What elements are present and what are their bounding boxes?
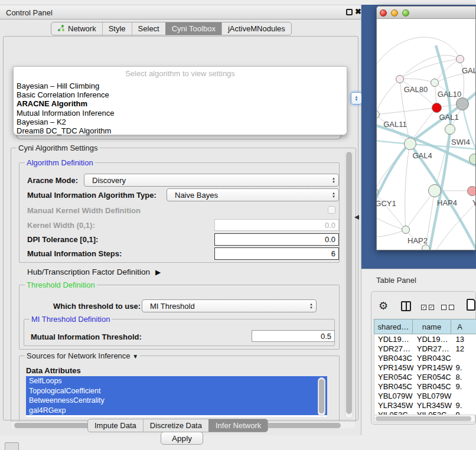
algorithm-option[interactable]: Dream8 DC_TDC Algorithm [17,126,344,135]
tab-label: Style [109,24,126,33]
network-node-gal80[interactable] [396,75,404,83]
mi-threshold-field[interactable]: 0.5 [252,330,335,342]
attribute-item-selected[interactable]: TopologicalCoefficient [26,386,327,396]
hub-definition-expander[interactable]: Hub/Transcription Factor Definition▶ [27,268,161,276]
algorithm-option[interactable]: ARACNE Algorithm [17,99,344,108]
table-row[interactable]: YPR145WYPR145W9. [374,363,476,372]
attributes-scrollbar-thumb[interactable] [319,379,324,413]
attribute-item-selected[interactable]: SelfLoops [26,376,327,386]
tab-impute-data[interactable]: Impute Data [88,419,143,432]
column-header-name[interactable]: name [413,319,452,334]
checked-checkbox-icon[interactable]: ✓ [421,305,426,310]
dpi-tolerance-label: DPI Tolerance [0,1]: [27,235,98,244]
network-canvas[interactable]: GALGAL80GAL10GAL1GAL11SWI4GAL4GCY1HAP4YH… [377,19,475,250]
unchecked-checkbox-icon[interactable] [441,305,446,310]
close-traffic-light-icon[interactable] [380,9,387,17]
tab-cyni-toolbox[interactable]: Cyni Toolbox [165,22,221,35]
settings-vertical-scrollbar[interactable] [345,150,353,419]
network-node-hap2[interactable] [402,226,410,234]
table-cell: YBR043C [413,353,452,363]
network-node-gal[interactable] [456,55,464,63]
table-cell: YIL053C [374,410,413,415]
column-layout-icon[interactable] [401,301,411,311]
node-label: HAP2 [407,236,428,245]
network-node-gal4[interactable] [404,138,416,150]
panel-corner-button[interactable] [5,442,19,450]
tab-style[interactable]: Style [102,22,132,35]
table-panel: Table Panel ⚙ ✓ ✓ shared…nameA YDL19…YDL… [361,269,476,450]
table-cell: YER054C [374,372,413,381]
cyni-algorithm-settings-title: Cyni Algorithm Settings [17,144,99,152]
aracne-mode-value: Discovery [92,176,126,185]
table-row[interactable]: YDL19…YDL19…13 [374,334,476,344]
tab-network[interactable]: Network [51,22,102,35]
network-node-gal1[interactable] [432,103,442,113]
network-window-titlebar[interactable] [377,6,475,19]
table-row[interactable]: YER054CYER054C8. [374,372,476,381]
attribute-item-selected[interactable]: gal4RGexp [26,406,327,416]
table-row[interactable]: YLR345WYLR345W9. [374,400,476,410]
node-label: GAL11 [383,120,407,129]
tab-select[interactable]: Select [132,22,165,35]
bottom-tab-bar: Impute DataDiscretize DataInfer Network [87,419,268,432]
close-icon[interactable]: ✖ [355,7,361,16]
sources-title-text: Sources for Network Inference [27,351,131,360]
column-header-A[interactable]: A [451,319,476,334]
table-cell: 9. [452,381,476,391]
dpi-tolerance-value: 0.0 [325,235,335,244]
table-row[interactable]: YBR043CYBR043C [374,353,476,363]
table-cell: YLR345W [374,400,413,410]
gear-icon[interactable]: ⚙ [379,299,388,312]
float-window-icon[interactable] [346,9,353,15]
table-horizontal-scrollbar-thumb[interactable] [376,416,471,421]
document-icon[interactable] [467,299,475,311]
node-label: GAL10 [438,90,461,99]
algorithm-dropdown-list: Bayesian – Hill ClimbingBasic Correlatio… [17,81,344,135]
minimize-traffic-light-icon[interactable] [391,9,398,17]
tab-discretize-data[interactable]: Discretize Data [143,419,208,432]
algorithm-dropdown-placeholder: Select algorithm to view settings [14,69,347,78]
tab-label: Cyni Toolbox [172,24,216,33]
manual-kernel-checkbox[interactable] [328,206,335,214]
table-row[interactable]: YBL079WYBL079W [374,391,476,400]
apply-button[interactable]: Apply [161,432,203,445]
aracne-mode-select[interactable]: Discovery ▲▼ [84,174,339,187]
dpi-tolerance-field[interactable]: 0.0 [214,233,339,246]
hub-definition-label: Hub/Transcription Factor Definition [27,268,150,276]
table-row[interactable]: YIL053CYIL053C9. [374,410,476,415]
network-node-swi4[interactable] [445,124,455,135]
attributes-scrollbar[interactable] [318,377,325,416]
node-label: GCY1 [377,199,396,208]
algorithm-option[interactable]: Bayesian – Hill Climbing [17,81,344,90]
which-threshold-select[interactable]: MI Threshold ▲▼ [142,299,317,312]
network-node-hap4[interactable] [428,184,441,197]
column-header-shared…[interactable]: shared… [374,319,413,334]
algorithm-dropdown-popup: Select algorithm to view settings Bayesi… [13,66,347,135]
checked-checkbox-icon[interactable]: ✓ [429,305,434,310]
kernel-width-field[interactable]: 0.0 [214,219,339,231]
collapse-down-icon[interactable]: ▼ [132,353,138,360]
zoom-traffic-light-icon[interactable] [402,9,409,17]
algorithm-option[interactable]: Mutual Information Inference [17,109,344,118]
table-cell: YDR27… [374,344,413,353]
tab-jactivemnodules[interactable]: jActiveMNodules [221,22,291,35]
network-node[interactable] [456,97,469,110]
network-node[interactable] [422,244,430,250]
table-row[interactable]: YDR27…YDR27…12 [374,344,476,353]
network-node-gal10[interactable] [431,79,439,87]
node-attribute-table: shared…nameA YDL19…YDL19…13YDR27…YDR27…1… [374,319,476,415]
control-panel-titlebar: Control Panel ✖ [0,5,361,19]
tab-infer-network[interactable]: Infer Network [208,419,268,432]
mi-steps-field[interactable]: 6 [214,247,339,260]
unchecked-checkbox-icon[interactable] [449,305,454,310]
settings-vertical-scrollbar-thumb[interactable] [346,152,352,414]
attribute-item-selected[interactable]: BetweennessCentrality [26,396,327,406]
data-attributes-list[interactable]: SelfLoopsTopologicalCoefficientBetweenne… [26,376,327,417]
algorithm-option[interactable]: Bayesian – K2 [17,118,344,126]
table-row[interactable]: YBR045CYBR045C9. [374,381,476,391]
inference-algorithm-combo-stepper[interactable]: ▲▼ [351,92,362,105]
mi-type-select[interactable]: Naive Bayes ▲▼ [167,188,339,201]
algorithm-option[interactable]: Basic Correlation Inference [17,90,344,99]
network-node-y[interactable] [467,186,476,196]
table-horizontal-scrollbar[interactable] [374,415,475,422]
